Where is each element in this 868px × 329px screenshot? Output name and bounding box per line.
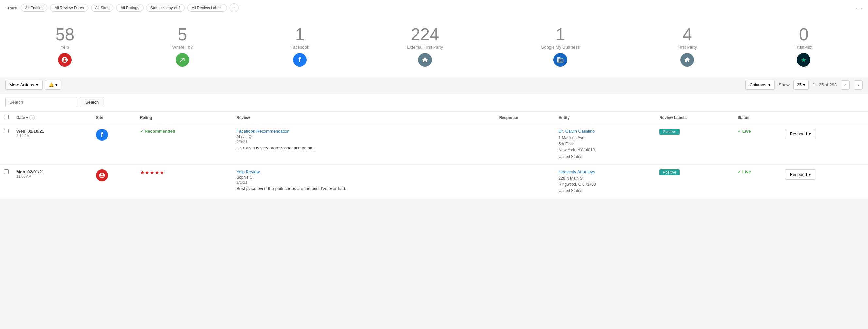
table-row: Wed, 02/10/21 2:14 PM f ✓ Recommended Fa… (0, 124, 868, 164)
row2-review-date: 2/1/21 (236, 180, 491, 185)
show-label: Show (779, 82, 789, 87)
row1-status-cell: ✓ Live (734, 124, 781, 164)
row2-entity-address: 228 N Main StRingwood, OK 73768United St… (559, 175, 652, 194)
row2-labels-cell: Positive (655, 164, 733, 199)
search-button[interactable]: Search (80, 97, 104, 107)
more-actions-chevron-icon: ▾ (36, 82, 38, 87)
prev-page-button[interactable]: ‹ (840, 81, 850, 90)
show-select-button[interactable]: 25 ▾ (794, 80, 809, 90)
add-filter-button[interactable]: + (229, 3, 239, 12)
stat-whereto[interactable]: 5 Where To? (172, 26, 193, 67)
row2-site-icon (96, 170, 108, 181)
yelp-icon (58, 53, 71, 67)
row2-actions-cell: Respond ▾ (781, 164, 868, 199)
stat-facebook[interactable]: 1 Facebook f (290, 26, 309, 67)
facebook-icon: f (293, 53, 307, 67)
row1-entity-name[interactable]: Dr. Calvin Casalino (559, 129, 595, 134)
row1-site-cell: f (92, 124, 136, 164)
show-chevron-icon: ▾ (803, 82, 805, 87)
more-actions-label: More Actions (9, 82, 34, 87)
date-column-header[interactable]: Date ▾ i (12, 112, 92, 124)
columns-chevron-icon: ▾ (768, 82, 771, 87)
table-header-row: Date ▾ i Site Rating Review Response Ent… (0, 112, 868, 124)
row1-review-text: Dr. Calvin is very professional and help… (236, 146, 491, 150)
row2-response-cell (495, 164, 555, 199)
row1-entity-address: 1 Madison Ave5th FloorNew York, NY 10010… (559, 135, 652, 160)
stat-label-firstparty: First Party (678, 45, 697, 50)
stat-number-facebook: 1 (295, 26, 304, 43)
toolbar-right: Columns ▾ Show 25 ▾ 1 - 25 of 293 ‹ › (745, 80, 863, 90)
search-bar: Search (0, 93, 868, 112)
filter-chip-entities[interactable]: All Entities (21, 4, 48, 12)
live-check-icon-2: ✓ (738, 170, 741, 174)
select-all-header (0, 112, 12, 124)
row2-entity-name[interactable]: Heavenly Attorneys (559, 170, 595, 174)
row1-date-cell: Wed, 02/10/21 2:14 PM (12, 124, 92, 164)
filter-chip-labels[interactable]: All Review Labels (187, 4, 227, 12)
stats-row: 58 Yelp 5 Where To? 1 Facebook f 224 Ext… (0, 16, 868, 77)
stat-label-external: External First Party (407, 45, 443, 50)
pagination-info: 1 - 25 of 293 (813, 82, 837, 87)
filter-chip-ratings[interactable]: All Ratings (116, 4, 143, 12)
next-page-button[interactable]: › (854, 81, 863, 90)
checkmark-icon: ✓ (140, 129, 144, 134)
search-input[interactable] (5, 97, 77, 107)
row2-rating-cell: ★★★★★ (136, 164, 232, 199)
row2-review-cell: Yelp Review Sophie C. 2/1/21 Best place … (232, 164, 495, 199)
stat-yelp[interactable]: 58 Yelp (56, 26, 74, 67)
row1-rating: ✓ Recommended (140, 129, 228, 134)
review-column-header: Review (232, 112, 495, 124)
stat-external[interactable]: 224 External First Party (407, 26, 443, 67)
reviews-table: Date ▾ i Site Rating Review Response Ent… (0, 112, 868, 199)
row2-label-badge: Positive (659, 170, 680, 175)
filters-label: Filters (5, 5, 17, 10)
row1-review-title[interactable]: Facebook Recommendation (236, 129, 290, 134)
row2-respond-button[interactable]: Respond ▾ (785, 170, 816, 180)
row2-rating-stars: ★★★★★ (140, 170, 228, 176)
row2-checkbox[interactable] (4, 170, 8, 174)
row1-checkbox[interactable] (4, 129, 8, 133)
row2-site-cell (92, 164, 136, 199)
stat-label-yelp: Yelp (61, 45, 69, 50)
bell-chevron-icon: ▾ (55, 82, 58, 87)
row2-entity-cell: Heavenly Attorneys 228 N Main StRingwood… (555, 164, 656, 199)
whereto-icon (176, 53, 189, 67)
filter-chip-dates[interactable]: All Review Dates (50, 4, 88, 12)
rating-column-header: Rating (136, 112, 232, 124)
stat-number-whereto: 5 (178, 26, 187, 43)
actions-column-header (781, 112, 868, 124)
trustpilot-icon: ★ (797, 53, 810, 67)
show-value: 25 (797, 82, 802, 87)
columns-button[interactable]: Columns ▾ (745, 80, 775, 90)
bell-button[interactable]: 🔔 ▾ (45, 80, 61, 90)
toolbar: More Actions ▾ 🔔 ▾ Columns ▾ Show 25 ▾ 1… (0, 77, 868, 93)
firstparty-icon (680, 53, 694, 67)
row1-actions-cell: Respond ▾ (781, 124, 868, 164)
stat-label-trustpilot: TrustPilot (795, 45, 812, 50)
stat-number-yelp: 58 (56, 26, 74, 43)
row1-label-badge: Positive (659, 129, 680, 135)
row2-review-title[interactable]: Yelp Review (236, 170, 259, 174)
more-actions-button[interactable]: More Actions ▾ (5, 80, 42, 90)
filter-more-button[interactable]: ··· (856, 5, 863, 11)
stat-firstparty[interactable]: 4 First Party (678, 26, 697, 67)
row1-status: ✓ Live (738, 129, 777, 134)
table-row: Mon, 02/01/21 11:35 AM ★★★★★ Yelp Review… (0, 164, 868, 199)
row1-entity-cell: Dr. Calvin Casalino 1 Madison Ave5th Flo… (555, 124, 656, 164)
filter-bar: Filters All Entities All Review Dates Al… (0, 0, 868, 16)
response-column-header: Response (495, 112, 555, 124)
row1-respond-button[interactable]: Respond ▾ (785, 129, 816, 139)
stat-trustpilot[interactable]: 0 TrustPilot ★ (795, 26, 812, 67)
filter-chip-sites[interactable]: All Sites (91, 4, 114, 12)
columns-label: Columns (750, 82, 766, 87)
row2-status-cell: ✓ Live (734, 164, 781, 199)
select-all-checkbox[interactable] (4, 115, 8, 119)
respond-chevron-icon: ▾ (809, 131, 811, 137)
stat-gmb[interactable]: 1 Google My Business (541, 26, 580, 67)
row1-review-author: Ahsan Q. (236, 134, 491, 139)
entity-column-header: Entity (555, 112, 656, 124)
filter-chip-status[interactable]: Status is any of 2 (146, 4, 185, 12)
review-labels-column-header: Review Labels (655, 112, 733, 124)
row2-date-cell: Mon, 02/01/21 11:35 AM (12, 164, 92, 199)
row1-labels-cell: Positive (655, 124, 733, 164)
